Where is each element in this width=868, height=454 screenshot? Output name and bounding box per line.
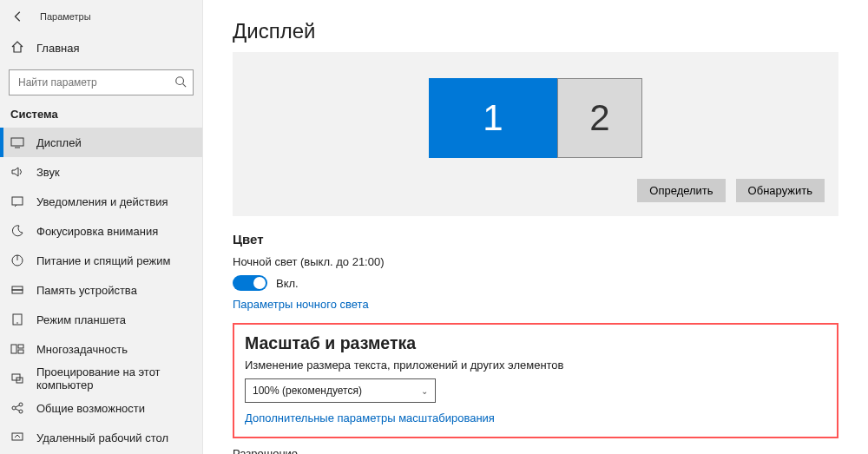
svg-rect-13 — [18, 345, 23, 348]
sound-icon — [10, 165, 24, 179]
sidebar-item-label: Питание и спящий режим — [36, 254, 170, 267]
sidebar-item-multitask[interactable]: Многозадачность — [0, 334, 202, 364]
back-button[interactable] — [7, 5, 30, 28]
svg-point-11 — [16, 322, 18, 324]
sidebar-item-storage[interactable]: Память устройства — [0, 275, 202, 305]
sidebar-item-label: Проецирование на этот компьютер — [36, 365, 202, 391]
scale-value: 100% (рекомендуется) — [253, 385, 362, 397]
home-label: Главная — [36, 42, 79, 55]
monitor-panel: 1 2 Определить Обнаружить — [233, 52, 838, 216]
detect-button[interactable]: Определить — [637, 179, 725, 202]
color-section: Цвет Ночной свет (выкл. до 21:00) Вкл. П… — [233, 232, 838, 311]
moon-icon — [10, 224, 24, 238]
night-light-settings-link[interactable]: Параметры ночного света — [233, 298, 838, 311]
power-icon — [10, 253, 24, 267]
search-input[interactable] — [9, 69, 194, 95]
svg-point-0 — [176, 77, 184, 85]
project-icon — [10, 372, 24, 385]
sidebar: Параметры Главная Система Дисплей Звук У… — [0, 0, 203, 454]
svg-rect-9 — [12, 290, 23, 293]
sidebar-item-display[interactable]: Дисплей — [0, 128, 202, 157]
sidebar-item-label: Общие возможности — [36, 402, 145, 415]
multitask-icon — [10, 342, 24, 356]
svg-rect-4 — [12, 197, 23, 205]
search-icon — [174, 76, 187, 90]
remote-icon — [10, 431, 24, 444]
svg-rect-22 — [12, 433, 23, 440]
sidebar-item-projecting[interactable]: Проецирование на этот компьютер — [0, 364, 202, 393]
night-light-toggle[interactable] — [233, 275, 267, 291]
nav-list: Дисплей Звук Уведомления и действия Фоку… — [0, 128, 202, 454]
color-heading: Цвет — [233, 232, 838, 247]
sidebar-header: Параметры — [0, 0, 202, 33]
toggle-state: Вкл. — [276, 277, 299, 290]
app-title: Параметры — [40, 11, 91, 22]
night-light-label: Ночной свет (выкл. до 21:00) — [233, 255, 838, 268]
search-box[interactable] — [9, 69, 194, 95]
tablet-icon — [10, 313, 24, 326]
sidebar-item-shared[interactable]: Общие возможности — [0, 393, 202, 423]
sidebar-item-label: Память устройства — [36, 284, 137, 297]
sidebar-item-label: Дисплей — [36, 136, 82, 149]
sidebar-item-label: Режим планшета — [36, 313, 126, 326]
svg-rect-8 — [12, 286, 23, 290]
monitor-actions: Определить Обнаружить — [243, 174, 828, 206]
monitor-icon — [10, 135, 24, 149]
svg-line-20 — [16, 405, 19, 407]
shared-icon — [10, 401, 24, 415]
monitor-1[interactable]: 1 — [429, 78, 557, 158]
svg-line-1 — [183, 84, 187, 88]
section-title: Система — [0, 104, 202, 128]
sidebar-item-label: Звук — [36, 166, 60, 179]
svg-rect-2 — [11, 138, 23, 146]
monitor-2[interactable]: 2 — [557, 78, 642, 158]
storage-icon — [10, 283, 24, 297]
main-content: Дисплей 1 2 Определить Обнаружить Цвет Н… — [203, 0, 868, 454]
svg-rect-14 — [18, 350, 23, 353]
sidebar-item-sound[interactable]: Звук — [0, 157, 202, 187]
arrow-left-icon — [12, 10, 24, 23]
monitor-arrangement[interactable]: 1 2 — [243, 63, 828, 174]
night-light-toggle-row: Вкл. — [233, 275, 838, 291]
sidebar-item-label: Многозадачность — [36, 343, 128, 356]
sidebar-item-label: Фокусировка внимания — [36, 225, 158, 238]
sidebar-item-notifications[interactable]: Уведомления и действия — [0, 187, 202, 216]
home-icon — [10, 40, 24, 56]
scale-description: Изменение размера текста, приложений и д… — [245, 359, 826, 372]
svg-point-17 — [12, 406, 16, 410]
sidebar-item-focus[interactable]: Фокусировка внимания — [0, 216, 202, 246]
svg-line-21 — [16, 409, 19, 411]
advanced-scaling-link[interactable]: Дополнительные параметры масштабирования — [245, 411, 826, 424]
resolution-label: Разрешение — [233, 447, 838, 454]
scale-section: Масштаб и разметка Изменение размера тек… — [233, 323, 838, 438]
svg-rect-12 — [11, 345, 16, 353]
page-title: Дисплей — [233, 19, 838, 43]
sidebar-item-tablet[interactable]: Режим планшета — [0, 305, 202, 334]
scale-heading: Масштаб и разметка — [245, 333, 826, 353]
sidebar-item-label: Удаленный рабочий стол — [36, 431, 168, 444]
sidebar-item-remote[interactable]: Удаленный рабочий стол — [0, 423, 202, 452]
svg-point-18 — [19, 403, 23, 406]
home-nav[interactable]: Главная — [0, 33, 202, 63]
chevron-down-icon: ⌄ — [421, 386, 428, 396]
identify-button[interactable]: Обнаружить — [736, 179, 825, 202]
scale-select[interactable]: 100% (рекомендуется) ⌄ — [245, 378, 436, 403]
resolution-section: Разрешение 1920 × 1080 (рекомендуется) ⌄ — [233, 447, 838, 454]
notification-icon — [10, 194, 24, 208]
sidebar-item-power[interactable]: Питание и спящий режим — [0, 246, 202, 275]
sidebar-item-label: Уведомления и действия — [36, 195, 168, 208]
svg-point-19 — [19, 410, 23, 413]
